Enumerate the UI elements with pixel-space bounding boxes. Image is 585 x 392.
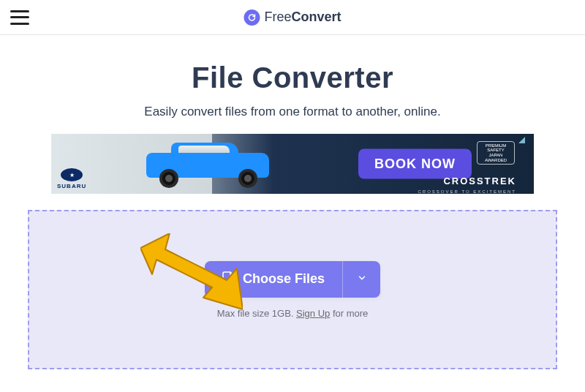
chevron-down-icon <box>357 273 367 286</box>
logo-convert: Convert <box>292 10 341 24</box>
adchoices-icon[interactable] <box>518 137 525 143</box>
max-suffix: for more <box>330 308 368 319</box>
ad-brand-text: CROSSTREK <box>443 176 516 186</box>
page-subtitle: Easily convert files from one format to … <box>15 105 570 119</box>
header: FreeConvert <box>0 0 585 35</box>
brand-logo[interactable]: FreeConvert <box>244 10 341 26</box>
refresh-icon <box>244 10 260 26</box>
page-title: File Converter <box>15 61 570 94</box>
choose-files-label: Choose Files <box>243 271 325 287</box>
sign-up-link[interactable]: Sign Up <box>296 308 330 319</box>
ad-banner[interactable]: SUBARU BOOK NOW PREMIUM SAFETY JAPAN AWA… <box>51 134 534 194</box>
ad-book-now-button[interactable]: BOOK NOW <box>358 149 472 179</box>
choose-files-dropdown[interactable] <box>342 261 380 298</box>
ad-subaru-logo: SUBARU <box>57 168 86 189</box>
hamburger-menu[interactable] <box>10 10 29 25</box>
ad-car-image <box>146 147 271 186</box>
logo-free: Free <box>264 10 291 24</box>
logo-text: FreeConvert <box>264 10 341 25</box>
svg-marker-0 <box>140 233 243 309</box>
ad-award-badge: PREMIUM SAFETY JAPAN AWARDED <box>477 141 515 165</box>
ad-subaru-text: SUBARU <box>57 183 86 189</box>
ad-tagline: CROSSOVER TO EXCITEMENT <box>418 189 516 194</box>
annotation-arrow-icon <box>140 233 243 314</box>
file-dropzone[interactable]: Choose Files Max file size 1GB. Sign Up … <box>28 210 557 369</box>
main: File Converter Easily convert files from… <box>0 35 585 369</box>
